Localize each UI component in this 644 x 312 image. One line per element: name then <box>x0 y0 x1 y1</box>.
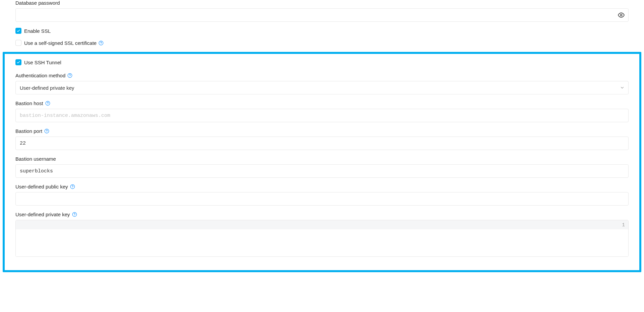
enable-ssl-checkbox[interactable] <box>15 28 21 34</box>
bastion-port-field: Bastion port <box>15 128 629 150</box>
svg-point-0 <box>621 14 622 16</box>
code-line-number: 1 <box>16 220 628 229</box>
private-key-editor[interactable]: 1 <box>15 220 629 257</box>
ssh-tunnel-section: Use SSH Tunnel Authentication method Use… <box>3 52 641 272</box>
help-icon[interactable] <box>45 101 50 106</box>
private-key-field: User-defined private key 1 <box>15 212 629 257</box>
help-icon[interactable] <box>67 73 72 78</box>
help-icon[interactable] <box>99 41 104 46</box>
public-key-field: User-defined public key <box>15 184 629 206</box>
public-key-input[interactable] <box>15 192 629 206</box>
bastion-username-field: Bastion username <box>15 156 629 178</box>
bastion-username-input[interactable] <box>15 164 629 178</box>
eye-icon[interactable] <box>618 12 625 18</box>
bastion-port-label: Bastion port <box>15 128 629 134</box>
bastion-port-input[interactable] <box>15 137 629 150</box>
database-password-input[interactable] <box>15 8 629 22</box>
use-ssh-tunnel-row: Use SSH Tunnel <box>15 59 629 65</box>
enable-ssl-row: Enable SSL <box>15 28 629 34</box>
bastion-host-label: Bastion host <box>15 100 629 106</box>
public-key-label: User-defined public key <box>15 184 629 189</box>
bastion-host-field: Bastion host <box>15 100 629 122</box>
help-icon[interactable] <box>72 212 77 217</box>
private-key-label: User-defined private key <box>15 212 629 217</box>
self-signed-ssl-checkbox[interactable] <box>15 40 21 46</box>
use-ssh-tunnel-label: Use SSH Tunnel <box>24 60 61 65</box>
auth-method-field: Authentication method User-defined priva… <box>15 73 629 94</box>
database-password-label: Database password <box>15 0 629 6</box>
self-signed-ssl-label: Use a self-signed SSL certificate <box>24 40 104 46</box>
enable-ssl-label: Enable SSL <box>24 28 51 34</box>
auth-method-select[interactable]: User-defined private key <box>15 81 629 94</box>
help-icon[interactable] <box>44 129 49 134</box>
bastion-username-label: Bastion username <box>15 156 629 162</box>
database-password-field: Database password <box>15 0 629 22</box>
use-ssh-tunnel-checkbox[interactable] <box>15 59 21 65</box>
bastion-host-input[interactable] <box>15 109 629 122</box>
self-signed-ssl-row: Use a self-signed SSL certificate <box>15 40 629 46</box>
private-key-content[interactable] <box>16 229 628 256</box>
help-icon[interactable] <box>70 184 75 189</box>
auth-method-label: Authentication method <box>15 73 629 78</box>
